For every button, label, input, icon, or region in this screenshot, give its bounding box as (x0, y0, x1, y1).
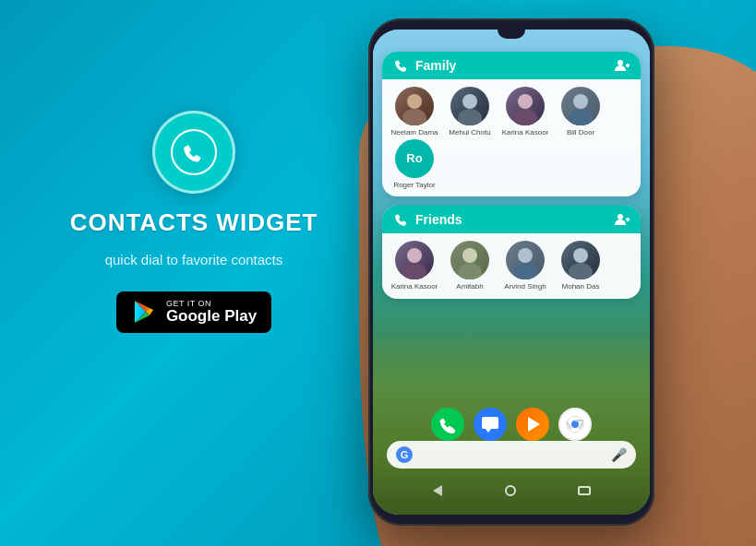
avatar-amitabh (450, 241, 489, 279)
contact-bill-door[interactable]: Bill Door (554, 87, 607, 137)
contact-mohan-das[interactable]: Mohan Das (554, 241, 607, 291)
contact-name-amitabh: Amitabh (456, 282, 483, 291)
contact-amitabh[interactable]: Amitabh (443, 241, 497, 291)
phone-container: 2:33 ▾ ▾ ▲ Family (322, 0, 756, 546)
svg-point-17 (402, 263, 426, 279)
friends-contacts-row: Karina Kasoor Amitabh (382, 233, 641, 299)
family-header-left: Family (393, 57, 456, 74)
avatar-roger: Ro (395, 139, 434, 178)
nav-recents-button[interactable] (578, 486, 591, 495)
contact-name-mohan: Mohan Das (562, 282, 600, 291)
phone-icon (171, 129, 217, 175)
app-subtitle: quick dial to favorite contacts (105, 252, 283, 267)
phone-frame: 2:33 ▾ ▾ ▲ Family (368, 18, 654, 526)
svg-point-12 (569, 109, 593, 125)
contact-name-bill: Bill Door (567, 128, 594, 137)
google-play-logo-icon (131, 299, 157, 325)
dock-chrome-icon[interactable] (558, 408, 592, 441)
dock-play-icon[interactable] (516, 408, 549, 441)
phone-dock (387, 408, 636, 441)
badge-text: GET IT ON Google Play (166, 299, 257, 326)
svg-point-1 (618, 60, 623, 65)
svg-point-10 (513, 109, 537, 125)
svg-point-27 (571, 421, 579, 428)
svg-point-4 (407, 94, 422, 109)
contact-mehul-chotu[interactable]: Mehul Chotu (443, 87, 497, 137)
svg-point-20 (518, 248, 533, 263)
avatar-neelam (395, 87, 434, 125)
google-g-icon: G (396, 446, 413, 463)
dock-phone-icon[interactable] (431, 408, 464, 441)
phone-widgets: Family (382, 52, 641, 308)
contact-name-karina-family: Karina Kasoor (502, 128, 549, 137)
svg-point-21 (513, 263, 537, 279)
badge-store-label: Google Play (166, 308, 257, 326)
contact-karina-friends[interactable]: Karina Kasoor (388, 241, 441, 291)
contact-neelam-dama[interactable]: Neelam Dama (388, 87, 441, 137)
app-icon-circle (152, 111, 235, 194)
add-friend-icon[interactable] (615, 212, 630, 227)
contact-name-karina-friends: Karina Kasoor (391, 282, 438, 291)
family-widget-header: Family (382, 52, 641, 79)
dock-messages-icon[interactable] (474, 408, 507, 441)
contact-name-mehul: Mehul Chotu (449, 128, 490, 137)
avatar-mehul (450, 87, 489, 125)
svg-marker-25 (528, 417, 540, 432)
add-contact-icon[interactable] (615, 58, 630, 73)
phone-header-icon (393, 57, 410, 74)
family-widget[interactable]: Family (382, 52, 641, 196)
google-mic-icon[interactable]: 🎤 (611, 447, 627, 462)
svg-point-11 (573, 94, 588, 109)
phone-nav-bar (373, 485, 650, 496)
svg-point-22 (573, 248, 588, 263)
svg-point-16 (407, 248, 422, 263)
contact-roger-taylor[interactable]: Ro Roger Taylor (388, 139, 441, 190)
contact-name-roger: Roger Taylor (393, 181, 435, 190)
avatar-mohan (561, 241, 600, 279)
phone-screen: 2:33 ▾ ▾ ▲ Family (373, 30, 650, 515)
svg-point-7 (462, 94, 477, 109)
friends-widget-title: Friends (415, 212, 462, 227)
nav-home-button[interactable] (505, 485, 516, 496)
family-contacts-row: Neelam Dama Mehul Chotu (382, 79, 641, 196)
app-title: CONTACTS WIDGET (70, 208, 318, 237)
svg-point-0 (172, 130, 216, 174)
svg-rect-24 (482, 417, 498, 429)
google-search-bar[interactable]: G 🎤 (387, 441, 636, 469)
avatar-karina-friends (395, 241, 434, 279)
svg-point-23 (569, 263, 593, 279)
avatar-arvind (506, 241, 545, 279)
google-play-badge[interactable]: GET IT ON Google Play (116, 291, 271, 333)
family-widget-title: Family (415, 58, 456, 73)
nav-back-button[interactable] (433, 485, 442, 496)
contact-karina-family[interactable]: Karina Kasoor (498, 87, 552, 137)
left-panel: CONTACTS WIDGET quick dial to favorite c… (37, 111, 351, 333)
friends-header-left: Friends (393, 211, 462, 228)
contact-name-arvind: Arvind Singh (504, 282, 546, 291)
avatar-bill (561, 87, 600, 125)
avatar-karina-family (506, 87, 545, 125)
contact-name-neelam: Neelam Dama (390, 128, 438, 137)
friends-widget[interactable]: Friends (382, 206, 641, 299)
svg-point-19 (458, 263, 482, 279)
friends-widget-header: Friends (382, 206, 641, 233)
svg-point-18 (462, 248, 477, 263)
contact-arvind-singh[interactable]: Arvind Singh (498, 241, 552, 291)
phone-friends-icon (393, 211, 410, 228)
svg-point-5 (402, 109, 426, 125)
svg-point-9 (518, 94, 533, 109)
svg-point-8 (458, 109, 482, 125)
svg-point-13 (618, 214, 623, 220)
